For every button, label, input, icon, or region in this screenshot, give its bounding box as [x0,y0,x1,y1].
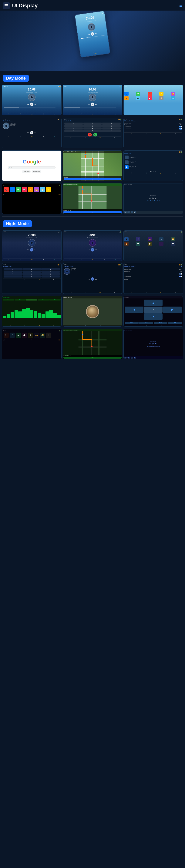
night-nav-btn-4[interactable]: ▶ [134,357,136,359]
app-radio[interactable]: 📻 [125,96,129,100]
cp-radio[interactable]: 📻 [34,187,39,192]
night-cp-podcast[interactable]: 🎙 [28,333,33,338]
prev-btn-1[interactable]: ⏮ [27,103,29,105]
social-play[interactable]: ▶ [153,170,154,172]
night-nav-extra-2[interactable]: HOME [139,322,153,324]
night-cp-music[interactable]: 🎵 [10,333,15,338]
nav-btn-4[interactable]: ▶ [134,211,136,213]
cp-siri[interactable]: ⚙ [46,187,51,192]
night-nav-extra-3[interactable]: BACK [154,322,167,324]
cp-maps[interactable]: 🗺 [16,187,21,192]
night-app-10[interactable]: 🗺 [171,242,175,246]
night-app-5[interactable]: 📶 [171,237,175,241]
not-playing-next[interactable]: ⏭ [155,197,157,199]
night-app-1[interactable]: 📱 [125,237,129,241]
answer-call-btn[interactable]: 📞 [93,133,97,136]
eq-preset-1[interactable]: Rock [3,299,14,301]
next-btn-1[interactable]: ⏭ [34,103,36,105]
social-item-2[interactable]: 华乐_测量.mp4 6:15 [125,160,182,164]
night-key-4[interactable]: 4 [4,271,22,273]
key-5[interactable]: 5 [83,125,102,127]
go-button[interactable]: GO [63,178,122,180]
app-msg[interactable]: 💬 [148,96,152,100]
nav-down-btn[interactable]: ▼ [144,313,163,320]
app-bt[interactable]: 📶 [171,92,175,96]
screen-carplay[interactable]: 14:54🔋 📞 🎵 🗺 💬 🎙 📻 🧭 ⚙ ◀ 📱 📍 ⏩ ▶ [2,183,61,214]
night-key-5[interactable]: 5 [23,271,41,273]
screen-map-nav[interactable]: Sunny Coffee Modern Restaurant [63,150,122,181]
night-bt-play[interactable]: ▶ [91,277,94,281]
nav-right-btn[interactable]: ▶ [163,307,182,313]
app-phone[interactable]: 📞 [125,92,129,96]
night-cp-maps[interactable]: 🗺 [16,333,21,338]
night-app-7[interactable]: 💬 [136,242,140,246]
app-nav[interactable]: 🧭 [159,96,163,100]
screen-bt-music[interactable]: 17:44📶 🔋 Bluetooth_Music ✕ Music Title M… [2,118,61,148]
screen-music-day-1[interactable]: ●●● 20:08 ▲ 📶 20:08 A soothing piece of … [2,85,61,115]
night-bt-prev[interactable]: ⏮ [88,278,90,280]
night-not-playing-prev[interactable]: ⏮ [150,343,151,345]
cp-waze[interactable]: 🧭 [40,187,45,192]
night-play-1[interactable]: ⏸ [30,248,33,251]
google-search-btn[interactable]: Google Search [22,170,31,173]
eq-preset-3[interactable]: Jazz [26,299,37,301]
screen-night-bt-call[interactable]: 17:44📶 🔋 Bluetooth_Call ✕ 1 2 3 4 5 6 7 … [2,263,61,294]
cp-podcast[interactable]: 🎙 [28,187,33,192]
night-cp-msg[interactable]: 💬 [22,333,27,338]
prev-btn-2[interactable]: ⏮ [88,103,90,105]
key-1[interactable]: 1 [64,123,83,125]
night-cp-phone[interactable]: 📞 [4,333,9,338]
nav-icon[interactable]: ≡ [179,3,182,8]
screen-night-bt-settings[interactable]: 17:44📶 🔋 Bluetooth_Settings ✕ Device nam… [124,263,183,294]
screen-not-playing[interactable]: 10/16 ETA 9.0 km Not Playing ⏮ ▶ ⏭ Start… [124,183,183,214]
screen-map-night[interactable]: Sunny Coffee Modern Restaurant 10/16 ETA… [63,329,122,359]
hero-next-btn[interactable]: ⏭ [95,32,97,34]
screen-night-bt-music[interactable]: 17:44📶 🔋 Bluetooth_Music ✕ Music Title M… [63,263,122,294]
night-app-9[interactable]: ☁ [159,242,163,246]
night-go-btn[interactable]: GO [63,357,122,359]
key-hash[interactable]: # [102,130,121,132]
nav-btn-1[interactable]: ▲ [124,211,127,213]
key-9[interactable]: 9 [102,127,121,129]
key-6[interactable]: 6 [102,125,121,127]
key-4[interactable]: 4 [64,125,83,127]
google-search-bar[interactable]: 🔍 Search [8,166,55,169]
night-key-3[interactable]: 3 [41,268,60,270]
night-prev-2[interactable]: ⏮ [88,249,90,251]
next-btn-2[interactable]: ⏭ [95,103,97,105]
bt-next[interactable]: ⏭ [34,132,36,134]
key-8[interactable]: 8 [83,127,102,129]
night-nav-extra-1[interactable]: MENU [125,322,138,324]
app-weather[interactable]: ☁ [171,96,175,100]
hero-prev-btn[interactable]: ⏮ [88,34,90,35]
screen-music-day-2[interactable]: 17:44 ● ▲ 🔋 20:08 A soothing piece of mu… [63,85,122,115]
nav-btn-3[interactable]: ◀ [131,211,133,213]
screen-night-nav[interactable]: Navigation ▲ ◀ OK ▶ ▼ MENU HOME BACK MAP… [124,296,183,327]
key-star[interactable]: * [64,130,83,132]
night-key-8[interactable]: 8 [23,273,41,275]
night-app-6[interactable]: 🔥 [125,242,129,246]
night-bt-next[interactable]: ⏭ [95,278,97,280]
night-play-2[interactable]: ⏸ [91,248,94,251]
night-nav-btn-2[interactable]: ▼ [127,357,130,359]
night-auto-connect-toggle[interactable] [179,276,182,277]
screen-bt-call[interactable]: 17:44📶 🔋 Bluetooth_Call ✕ 1 2 3 4 5 6 7 … [63,118,122,148]
auto-answer-toggle[interactable] [179,126,182,127]
not-playing-prev[interactable]: ⏮ [150,197,151,199]
eq-preset-5[interactable]: Flat [49,299,60,301]
night-app-4[interactable]: ⚙ [159,237,163,241]
night-key-6[interactable]: 6 [41,271,60,273]
night-not-playing-next[interactable]: ⏭ [155,343,157,345]
nav-up-btn[interactable]: ▲ [144,300,163,306]
night-prev-1[interactable]: ⏮ [27,249,29,251]
go-btn2[interactable]: GO [63,211,122,213]
social-next[interactable]: ⏭ [155,170,156,172]
cp-msg[interactable]: 💬 [22,187,27,192]
night-nav-btn-1[interactable]: ▲ [124,357,127,359]
night-app-8[interactable]: 🧭 [148,242,152,246]
bt-prev[interactable]: ⏮ [27,132,29,134]
social-item-1[interactable]: 华乐_测量.mp4 4:32 [125,155,182,160]
night-nav-btn-3[interactable]: ◀ [131,357,133,359]
night-next-1[interactable]: ⏭ [34,249,36,251]
bt-play[interactable]: ▶ [30,131,33,134]
